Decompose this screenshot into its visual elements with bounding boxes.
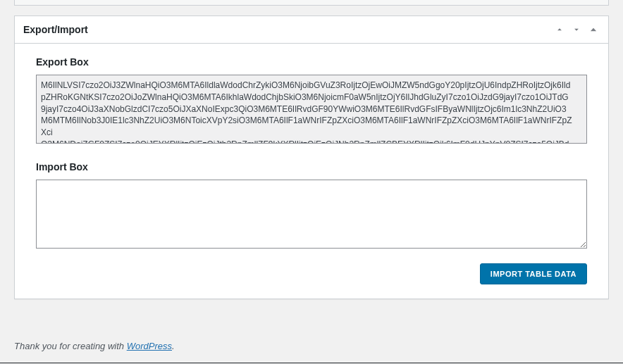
export-box-label: Export Box [36,56,587,68]
chevron-up-icon[interactable] [553,23,566,36]
previous-panel-edge [14,0,609,6]
export-import-panel: Export/Import Export Box M6IlNLVSI7czo2O… [14,15,609,299]
export-textarea[interactable]: M6IlNLVSI7czo2OiJ3ZWlnaHQiO3M6MTA6IldlaW… [36,75,587,144]
chevron-down-icon[interactable] [570,23,583,36]
panel-controls [553,23,600,36]
panel-title: Export/Import [23,24,88,35]
bottom-divider [0,363,623,363]
panel-body: Export Box M6IlNLVSI7czo2OiJ3ZWlnaHQiO3M… [15,44,608,299]
import-textarea[interactable] [36,180,587,249]
import-box-label: Import Box [36,161,587,172]
footer-suffix: . [172,341,175,351]
footer-credit: Thank you for creating with WordPress. [14,341,175,351]
footer-prefix: Thank you for creating with [14,341,127,351]
panel-header[interactable]: Export/Import [15,16,608,44]
wordpress-link[interactable]: WordPress [127,341,172,351]
import-table-data-button[interactable]: IMPORT TABLE DATA [480,263,587,284]
triangle-up-icon[interactable] [587,23,600,36]
